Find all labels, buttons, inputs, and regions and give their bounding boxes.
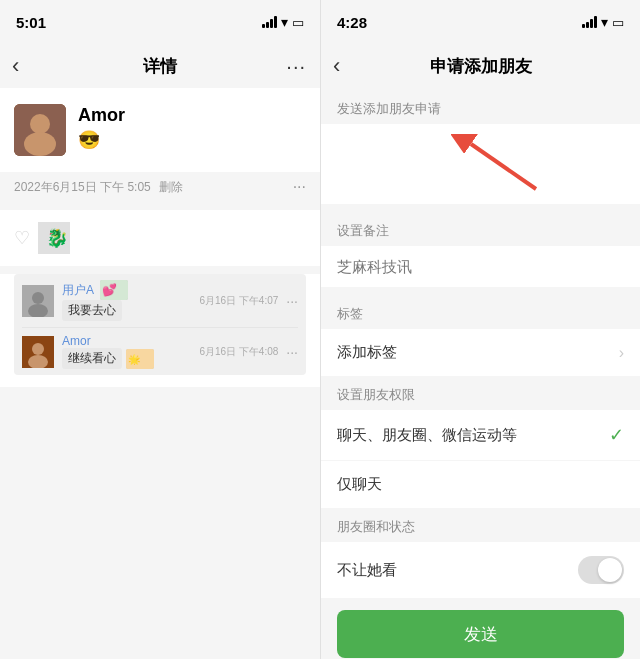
toggle-knob [598, 558, 622, 582]
moments-toggle[interactable] [578, 556, 624, 584]
comment-divider [22, 327, 298, 328]
right-content: 发送添加朋友申请 设置备注 标签 添加标签 › [321, 88, 640, 659]
commenter-name-2: Amor [62, 334, 91, 348]
commenter-name-1: 用户A [62, 282, 94, 299]
battery-icon-right: ▭ [612, 15, 624, 30]
friend-request-box [321, 124, 640, 204]
avatar-image [14, 104, 66, 156]
nav-bar-right: ‹ 申请添加朋友 [321, 44, 640, 88]
timestamp-row: 2022年6月15日 下午 5:05 删除 ··· [0, 172, 320, 202]
comment-more-1[interactable]: ··· [286, 293, 298, 309]
profile-section: Amor 😎 [0, 88, 320, 172]
avatar [14, 104, 66, 156]
comment-sticker-1: 💕 [100, 280, 128, 300]
tag-label: 标签 [321, 295, 640, 329]
delete-button[interactable]: 删除 [159, 179, 183, 196]
comment-row-2: Amor 继续看心 🌟 6月16日 下午4:08 ··· [22, 334, 298, 369]
comment-sticker-2: 🌟 [126, 349, 154, 369]
comment-time-2: 6月16日 下午4:08 [199, 345, 278, 359]
arrow-svg [451, 134, 541, 194]
tag-row[interactable]: 添加标签 › [321, 329, 640, 376]
timestamp: 2022年6月15日 下午 5:05 [14, 179, 151, 196]
tag-text: 添加标签 [337, 343, 397, 362]
status-bar-left: 5:01 ▾ ▭ [0, 0, 320, 44]
status-bar-right: 4:28 ▾ ▭ [321, 0, 640, 44]
like-avatar: 🐉 [38, 222, 70, 254]
permission-option-1[interactable]: 聊天、朋友圈、微信运动等 ✓ [321, 410, 640, 461]
permission-option-2[interactable]: 仅聊天 [321, 461, 640, 508]
comment-row-1: 用户A 💕 我要去心 6月16日 下午4:07 ··· [22, 280, 298, 321]
note-label: 设置备注 [321, 212, 640, 246]
page-title-left: 详情 [143, 55, 177, 78]
back-button-left[interactable]: ‹ [12, 53, 19, 79]
profile-emoji: 😎 [78, 129, 306, 151]
like-section: ♡ 🐉 [0, 210, 320, 266]
svg-line-16 [471, 144, 536, 189]
comment-content-2: Amor 继续看心 🌟 [62, 334, 191, 369]
comments-list: 用户A 💕 我要去心 6月16日 下午4:07 ··· [14, 274, 306, 375]
svg-point-6 [32, 292, 44, 304]
svg-text:💕: 💕 [102, 282, 117, 297]
svg-point-1 [30, 114, 50, 134]
svg-text:🌟: 🌟 [128, 353, 141, 366]
permission-text-2: 仅聊天 [337, 475, 382, 494]
svg-point-11 [32, 343, 44, 355]
nav-bar-left: ‹ 详情 ··· [0, 44, 320, 88]
comment-text-1: 我要去心 [62, 300, 122, 321]
request-label: 发送添加朋友申请 [321, 88, 640, 124]
send-button[interactable]: 发送 [337, 610, 624, 658]
note-input[interactable] [321, 246, 640, 287]
profile-info: Amor 😎 [78, 104, 306, 151]
comment-avatar-1 [22, 285, 54, 317]
back-button-right[interactable]: ‹ [333, 53, 340, 79]
profile-name: Amor [78, 104, 306, 127]
left-panel: 5:01 ▾ ▭ ‹ 详情 ··· [0, 0, 320, 659]
signal-icon-right [582, 16, 597, 28]
comment-avatar-2 [22, 336, 54, 368]
comments-container: 用户A 💕 我要去心 6月16日 下午4:07 ··· [0, 274, 320, 387]
battery-icon-left: ▭ [292, 15, 304, 30]
wifi-icon-right: ▾ [601, 14, 608, 30]
permission-text-1: 聊天、朋友圈、微信运动等 [337, 426, 517, 445]
more-options-timestamp[interactable]: ··· [293, 178, 306, 196]
permission-label: 设置朋友权限 [321, 376, 640, 410]
comment-content-1: 用户A 💕 我要去心 [62, 280, 191, 321]
time-left: 5:01 [16, 14, 46, 31]
signal-icon-left [262, 16, 277, 28]
moments-option: 不让她看 [321, 542, 640, 598]
send-button-container: 发送 [321, 598, 640, 659]
page-title-right: 申请添加朋友 [430, 55, 532, 78]
svg-text:🐉: 🐉 [46, 227, 69, 249]
svg-point-2 [24, 132, 56, 156]
moments-text: 不让她看 [337, 561, 397, 580]
status-icons-left: ▾ ▭ [262, 14, 304, 30]
right-panel: 4:28 ▾ ▭ ‹ 申请添加朋友 发送添加朋友申请 [320, 0, 640, 659]
note-section [321, 246, 640, 287]
wifi-icon-left: ▾ [281, 14, 288, 30]
chevron-right-icon: › [619, 344, 624, 362]
status-icons-right: ▾ ▭ [582, 14, 624, 30]
comment-text-2: 继续看心 [62, 348, 122, 369]
moments-label: 朋友圈和状态 [321, 508, 640, 542]
comment-time-1: 6月16日 下午4:07 [199, 294, 278, 308]
check-icon: ✓ [609, 424, 624, 446]
arrow-graphic [451, 134, 541, 198]
time-right: 4:28 [337, 14, 367, 31]
comment-more-2[interactable]: ··· [286, 344, 298, 360]
more-button-left[interactable]: ··· [286, 55, 306, 78]
heart-icon[interactable]: ♡ [14, 227, 30, 249]
